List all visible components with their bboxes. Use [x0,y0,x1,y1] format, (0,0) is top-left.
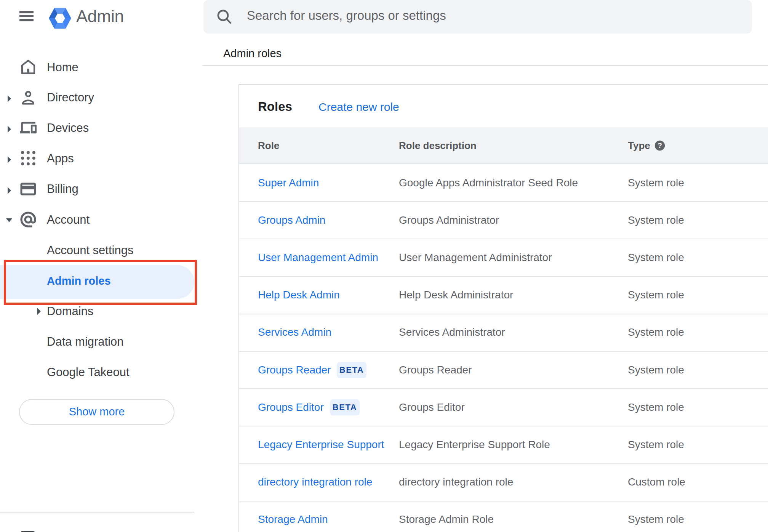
svg-text:?: ? [658,141,662,149]
